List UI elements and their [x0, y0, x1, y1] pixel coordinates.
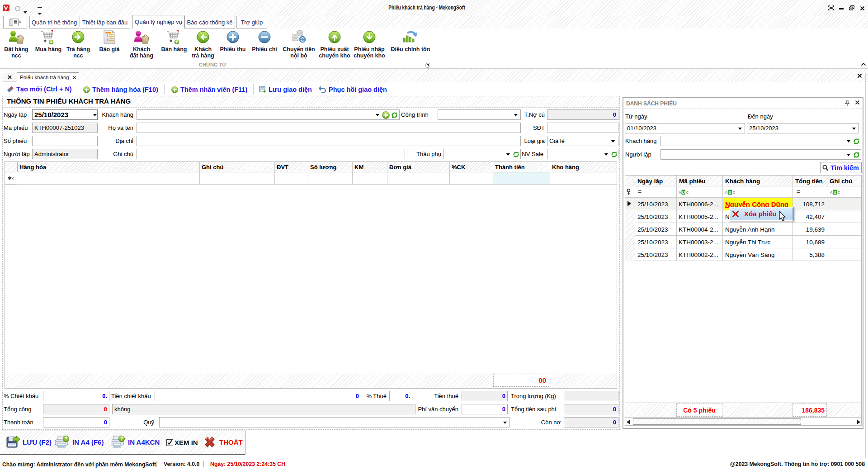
svg-text:C: C [838, 190, 840, 195]
svg-text:?: ? [65, 437, 67, 442]
svg-text:A: A [830, 190, 833, 195]
svg-text:A: A [679, 190, 681, 195]
svg-text:B: B [682, 190, 685, 195]
svg-text:B: B [834, 190, 836, 195]
svg-text:C: C [686, 190, 689, 195]
svg-text:A: A [725, 190, 728, 195]
svg-text:B: B [729, 190, 731, 195]
svg-text:C: C [733, 190, 736, 195]
svg-text:?: ? [120, 437, 123, 442]
